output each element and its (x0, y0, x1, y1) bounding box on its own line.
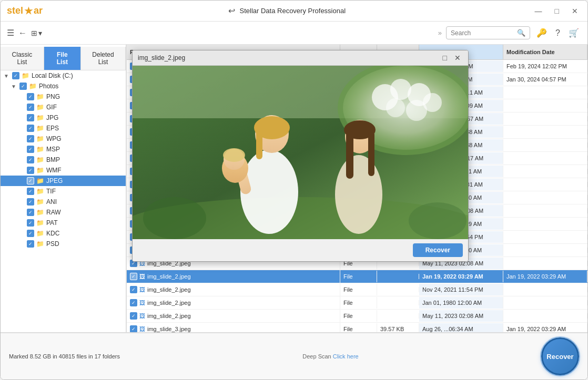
tree-item-photos[interactable]: ▼ ✓ 📁 Photos (1, 81, 126, 91)
row-checkbox[interactable]: ✓ (130, 299, 137, 306)
checkbox-raw[interactable]: ✓ (27, 209, 34, 216)
file-name: img_slide_3.jpeg (147, 326, 191, 332)
svg-point-25 (409, 202, 467, 239)
tree-item-wmf[interactable]: ✓ 📁 WMF (1, 165, 126, 176)
folder-icon: 📁 (36, 156, 44, 163)
table-row[interactable]: ✓ 🖼 img_slide_2.jpeg File Nov 24, 2021 1… (127, 283, 587, 296)
maximize-button[interactable]: □ (552, 6, 562, 16)
svg-point-8 (386, 98, 405, 117)
file-name: img_slide_2.jpeg (147, 300, 191, 306)
folder-icon: 📁 (36, 198, 44, 206)
logo-text2: ar (34, 5, 43, 16)
file-modification-cell (503, 90, 587, 95)
cart-button[interactable]: 🛒 (566, 26, 581, 40)
tree-item-pat[interactable]: ✓ 📁 PAT (1, 218, 126, 228)
key-button[interactable]: 🔑 (534, 26, 549, 40)
folder-icon: 📁 (36, 188, 44, 195)
help-button[interactable]: ? (553, 26, 562, 40)
photo-svg (133, 66, 468, 239)
file-modification-cell: Jan 19, 2022 03:29 AM (503, 323, 587, 332)
file-creation-cell: Jan 01, 1980 12:00 AM (419, 297, 503, 309)
row-checkbox[interactable]: ✓ (130, 286, 137, 293)
file-name: img_slide_2.jpeg (147, 313, 191, 319)
tree-item-raw[interactable]: ✓ 📁 RAW (1, 207, 126, 218)
checkbox-tif[interactable]: ✓ (27, 188, 34, 195)
tree-item-wpg[interactable]: ✓ 📁 WPG (1, 133, 126, 144)
tree-item-jpg[interactable]: ✓ 📁 JPG (1, 112, 126, 123)
header-modification[interactable]: Modification Date (503, 45, 587, 59)
back-button[interactable]: ← (18, 28, 27, 38)
marked-status: Marked 8.52 GB in 40815 files in 17 fold… (9, 353, 120, 360)
checkbox-wmf[interactable]: ✓ (27, 167, 34, 174)
checkbox-gif[interactable]: ✓ (27, 104, 34, 111)
file-modification-cell: Jan 19, 2022 03:29 AM (503, 271, 587, 282)
row-checkbox[interactable]: ✓ (130, 273, 137, 280)
tree-label: PSD (46, 240, 59, 248)
sidebar: Classic List File List Deleted List ▼ ✓ … (1, 45, 127, 332)
checkbox-kdc[interactable]: ✓ (27, 230, 34, 237)
hamburger-button[interactable]: ☰ (7, 28, 14, 38)
checkbox-msp[interactable]: ✓ (27, 146, 34, 153)
tree-item-msp[interactable]: ✓ 📁 MSP (1, 144, 126, 155)
expand-arrow: ▼ (4, 73, 10, 79)
checkbox-jpeg[interactable]: ✓ (27, 177, 34, 184)
file-modification-cell: Jan 30, 2024 04:57 PM (503, 74, 587, 85)
modal-image (133, 66, 468, 239)
row-checkbox[interactable]: ✓ (130, 312, 137, 320)
file-type-icon: 🖼 (139, 326, 145, 332)
tree-item-bmp[interactable]: ✓ 📁 BMP (1, 155, 126, 165)
modal-recover-button[interactable]: Recover (413, 243, 463, 257)
tree-item-eps[interactable]: ✓ 📁 EPS (1, 123, 126, 133)
checkbox-psd[interactable]: ✓ (27, 240, 34, 248)
file-modification-cell (503, 182, 587, 187)
modal-title-bar: img_slide_2.jpeg □ ✕ (133, 50, 468, 66)
search-input[interactable] (451, 29, 514, 37)
preview-modal[interactable]: img_slide_2.jpeg □ ✕ (132, 50, 469, 262)
tree-label: KDC (46, 230, 59, 237)
recover-button[interactable]: Recover (541, 337, 579, 375)
checkbox-pat[interactable]: ✓ (27, 219, 34, 227)
table-row[interactable]: ✓ 🖼 img_slide_3.jpeg File 39.57 KB Aug 2… (127, 323, 587, 332)
tab-file-list[interactable]: File List (44, 47, 81, 70)
modal-title: img_slide_2.jpeg (138, 54, 185, 61)
checkbox-wpg[interactable]: ✓ (27, 135, 34, 142)
app-logo: stel★ar (7, 5, 43, 17)
checkbox-bmp[interactable]: ✓ (27, 156, 34, 163)
table-row[interactable]: ✓ 🖼 img_slide_2.jpeg File Jan 19, 2022 0… (127, 270, 587, 283)
deep-scan-link[interactable]: Click here (333, 353, 359, 360)
tree-item-tif[interactable]: ✓ 📁 TIF (1, 186, 126, 197)
folder-icon: 📁 (36, 167, 44, 174)
tree-item-gif[interactable]: ✓ 📁 GIF (1, 102, 126, 112)
tree-item-ani[interactable]: ✓ 📁 ANI (1, 197, 126, 207)
minimize-button[interactable]: — (532, 6, 545, 16)
table-row[interactable]: ✓ 🖼 img_slide_2.jpeg File May 11, 2023 0… (127, 310, 587, 323)
checkbox-jpg[interactable]: ✓ (27, 114, 34, 121)
file-type-icon: 🖼 (139, 286, 145, 293)
view-grid-icon: ⊞ (31, 29, 37, 37)
folder-icon: 📁 (36, 219, 44, 227)
checkbox-ani[interactable]: ✓ (27, 198, 34, 206)
close-button[interactable]: ✕ (569, 6, 581, 16)
checkbox-png[interactable]: ✓ (27, 93, 34, 100)
tree-item-jpeg[interactable]: ✓ 📁 JPEG (1, 176, 126, 186)
tree-item-png[interactable]: ✓ 📁 PNG (1, 91, 126, 102)
tree-item-psd[interactable]: ✓ 📁 PSD (1, 239, 126, 249)
tab-deleted-list[interactable]: Deleted List (81, 47, 126, 70)
modal-close-button[interactable]: ✕ (452, 54, 463, 62)
file-modification-cell (503, 116, 587, 121)
checkbox-eps[interactable]: ✓ (27, 125, 34, 132)
table-row[interactable]: ✓ 🖼 img_slide_2.jpeg File Jan 01, 1980 1… (127, 296, 587, 310)
checkbox-local-disk[interactable]: ✓ (12, 72, 19, 79)
row-checkbox[interactable]: ✓ (130, 325, 137, 332)
tree-label: WPG (46, 135, 62, 142)
file-modification-cell (503, 142, 587, 148)
tab-classic-list[interactable]: Classic List (1, 47, 44, 70)
tree-item-kdc[interactable]: ✓ 📁 KDC (1, 228, 126, 239)
folder-icon: 📁 (29, 83, 37, 90)
search-box: 🔍 (446, 26, 530, 39)
modal-maximize-button[interactable]: □ (441, 54, 449, 62)
view-button[interactable]: ⊞ ▾ (31, 29, 42, 37)
checkbox-photos[interactable]: ✓ (19, 83, 27, 90)
tree-item-local-disk[interactable]: ▼ ✓ 📁 Local Disk (C:) (1, 70, 126, 81)
svg-point-18 (223, 148, 245, 162)
